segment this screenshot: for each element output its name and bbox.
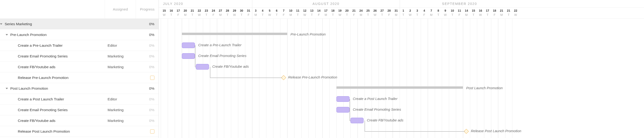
- group-bar[interactable]: [336, 86, 463, 89]
- day-column: 8T: [435, 7, 442, 19]
- gantt-row: [159, 19, 644, 29]
- day-column: 9W: [442, 7, 449, 19]
- group-bar[interactable]: [182, 33, 287, 35]
- day-column: 21T: [189, 7, 196, 19]
- progress-cell[interactable]: 0%: [136, 108, 158, 112]
- task-name-label: Create FB/Youtube ads: [18, 65, 56, 69]
- progress-cell[interactable]: 0%: [136, 54, 158, 58]
- day-column: 30T: [238, 7, 245, 19]
- day-column: 13T: [308, 7, 315, 19]
- task-name-label: Create a Pre-Launch Trailer: [18, 43, 62, 48]
- assigned-cell[interactable]: Marketing: [105, 108, 136, 112]
- day-column: 21M: [498, 7, 505, 19]
- day-column: 14F: [315, 7, 322, 19]
- assigned-cell[interactable]: Editor: [105, 97, 136, 101]
- task-name-cell[interactable]: Create Email Promoting Series: [0, 108, 105, 112]
- gantt-row: Post Launch Promotion: [159, 83, 644, 94]
- gantt-body: Pre-Launch PromotionCreate a Pre-Launch …: [159, 19, 644, 137]
- task-bar[interactable]: [182, 43, 195, 48]
- task-row[interactable]: Create a Post Launch TrailerEditor0%: [0, 94, 158, 105]
- progress-cell[interactable]: 0%: [136, 65, 158, 69]
- bar-label: Pre-Launch Promotion: [290, 32, 326, 36]
- bar-label: Post Launch Promotion: [466, 86, 503, 90]
- task-row[interactable]: Pre-Launch Promotion0%: [0, 29, 158, 40]
- day-column: 17F: [175, 7, 182, 19]
- progress-cell[interactable]: [136, 129, 158, 134]
- dependency-line: [364, 121, 365, 131]
- day-column: 17M: [322, 7, 330, 19]
- day-column: 10M: [287, 7, 294, 19]
- task-row[interactable]: Post Launch Promotion0%: [0, 83, 158, 94]
- task-name-cell[interactable]: Series Marketing: [0, 22, 105, 26]
- task-bar[interactable]: [196, 64, 209, 69]
- bar-label: Create Email Promoting Series: [198, 54, 246, 58]
- gantt-row: Create a Post Launch Trailer: [159, 94, 644, 105]
- task-name-cell[interactable]: Pre-Launch Promotion: [0, 33, 105, 37]
- task-bar[interactable]: [182, 53, 195, 59]
- assigned-cell[interactable]: Marketing: [105, 65, 136, 69]
- progress-cell[interactable]: 0%: [136, 22, 158, 26]
- milestone-checkbox[interactable]: [150, 76, 154, 80]
- task-name-cell[interactable]: Create a Pre-Launch Trailer: [0, 43, 105, 48]
- task-name-cell[interactable]: Release Pre-Launch Promotion: [0, 76, 105, 80]
- task-row[interactable]: Create FB/Youtube adsMarketing0%: [0, 62, 158, 72]
- task-row[interactable]: Create FB/Youtube adsMarketing0%: [0, 115, 158, 126]
- task-row[interactable]: Create Email Promoting SeriesMarketing0%: [0, 105, 158, 115]
- dependency-line: [364, 131, 465, 132]
- disclosure-triangle-icon[interactable]: [0, 23, 2, 25]
- disclosure-triangle-icon[interactable]: [6, 34, 8, 35]
- task-name-cell[interactable]: Create FB/Youtube ads: [0, 119, 105, 123]
- day-column: 25T: [364, 7, 372, 19]
- progress-cell[interactable]: 0%: [136, 97, 158, 101]
- gantt-row: Pre-Launch Promotion: [159, 29, 644, 40]
- dependency-line: [210, 67, 210, 77]
- day-column: 18F: [491, 7, 498, 19]
- task-bar[interactable]: [350, 118, 364, 123]
- progress-cell[interactable]: 0%: [136, 119, 158, 123]
- task-name-cell[interactable]: Release Post Launch Promotion: [0, 129, 105, 134]
- task-name-cell[interactable]: Create FB/Youtube ads: [0, 65, 105, 69]
- day-column: 28F: [386, 7, 393, 19]
- progress-cell[interactable]: 0%: [136, 33, 158, 37]
- task-row[interactable]: Create Email Promoting SeriesMarketing0%: [0, 51, 158, 62]
- col-header-assigned[interactable]: Assigned: [105, 0, 136, 18]
- task-name-cell[interactable]: Create Email Promoting Series: [0, 54, 105, 58]
- task-name-cell[interactable]: Post Launch Promotion: [0, 86, 105, 91]
- task-bar[interactable]: [336, 107, 350, 113]
- assigned-cell[interactable]: Marketing: [105, 119, 136, 123]
- milestone-checkbox[interactable]: [150, 129, 154, 134]
- day-column: 20M: [182, 7, 189, 19]
- day-column: 10T: [449, 7, 456, 19]
- month-header: JULY 2020AUGUST 2020SEPTEMBER 2020: [159, 0, 644, 7]
- assigned-cell[interactable]: Marketing: [105, 54, 136, 58]
- progress-cell[interactable]: 0%: [136, 86, 158, 91]
- day-column: 12W: [301, 7, 308, 19]
- progress-cell[interactable]: 0%: [136, 43, 158, 48]
- task-row[interactable]: Release Post Launch Promotion: [0, 126, 158, 137]
- day-column: 21F: [350, 7, 358, 19]
- bar-label: Release Post Launch Promotion: [471, 129, 521, 133]
- bar-label: Create FB/Youtube ads: [212, 65, 249, 69]
- task-rows: Series Marketing0%Pre-Launch Promotion0%…: [0, 19, 158, 137]
- gantt-row: Create FB/Youtube ads: [159, 62, 644, 72]
- task-bar[interactable]: [336, 96, 350, 102]
- day-column: 28T: [224, 7, 231, 19]
- task-row[interactable]: Create a Pre-Launch TrailerEditor0%: [0, 40, 158, 51]
- task-row[interactable]: Release Pre-Launch Promotion: [0, 72, 158, 83]
- day-column: 5W: [266, 7, 273, 19]
- day-column: 15T: [470, 7, 477, 19]
- task-name-label: Series Marketing: [5, 22, 32, 26]
- col-header-progress[interactable]: Progress: [136, 0, 158, 18]
- task-row[interactable]: Series Marketing0%: [0, 19, 158, 29]
- day-column: 22W: [196, 7, 203, 19]
- timeline-pane[interactable]: JULY 2020AUGUST 2020SEPTEMBER 2020 15W16…: [159, 0, 644, 138]
- assigned-cell[interactable]: Editor: [105, 43, 136, 48]
- disclosure-triangle-icon[interactable]: [6, 88, 8, 89]
- task-list-pane: Assigned Progress Series Marketing0%Pre-…: [0, 0, 159, 138]
- progress-cell[interactable]: [136, 76, 158, 80]
- task-name-cell[interactable]: Create a Post Launch Trailer: [0, 97, 105, 101]
- day-column: 24M: [358, 7, 364, 19]
- day-column: 26W: [372, 7, 378, 19]
- bar-label: Release Pre-Launch Promotion: [288, 75, 337, 79]
- dependency-line: [195, 56, 196, 67]
